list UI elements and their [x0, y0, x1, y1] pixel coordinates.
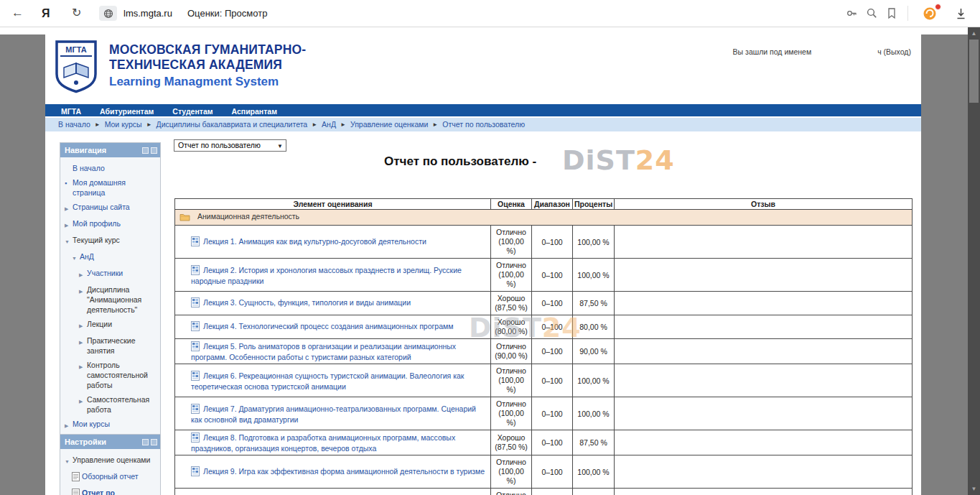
- tree-toggle-icon[interactable]: ▼: [72, 251, 80, 264]
- item-link[interactable]: Лекция 9. Игра как эффективная форма ани…: [203, 467, 485, 476]
- refresh-icon[interactable]: ↻: [72, 6, 81, 20]
- sidebar-item-label: Текущий курс: [73, 235, 120, 245]
- nav-item[interactable]: МГТА: [61, 107, 81, 116]
- settings-block-header: Настройки: [60, 435, 160, 449]
- sidebar-item-label[interactable]: Обзорный отчет: [82, 471, 139, 481]
- vertical-scrollbar[interactable]: ▲ ▼: [968, 27, 980, 495]
- select-arrow-icon: ▼: [277, 141, 283, 152]
- lesson-icon: [191, 404, 200, 415]
- breadcrumb-link[interactable]: Управление оценками: [350, 120, 428, 129]
- nav-item[interactable]: Аспирантам: [232, 107, 277, 116]
- nav-item[interactable]: Студентам: [172, 107, 213, 116]
- sidebar-item-label[interactable]: АнД: [80, 251, 94, 262]
- tree-toggle-icon[interactable]: ▶: [79, 360, 87, 372]
- grade-fraction: (90,00 %): [494, 351, 528, 361]
- breadcrumb-link[interactable]: Мои курсы: [105, 120, 142, 129]
- address-url[interactable]: lms.mgta.ru: [123, 8, 172, 19]
- item-link[interactable]: Лекция 8. Подготовка и разработка анимац…: [191, 433, 455, 453]
- item-link[interactable]: Лекция 5. Роль аниматоров в организации …: [191, 342, 456, 361]
- sidebar-item-label[interactable]: Участники: [87, 268, 123, 278]
- sidebar-item-label[interactable]: Мой профиль: [73, 218, 121, 228]
- sidebar-item[interactable]: ▶Самостоятельная работа: [62, 392, 159, 417]
- key-icon[interactable]: [846, 7, 858, 22]
- tree-toggle-icon[interactable]: ▶: [79, 268, 87, 280]
- grade-fraction: (100,00 %): [494, 376, 528, 394]
- navigation-block: Навигация В начало▪Моя домашняя страница…: [60, 142, 161, 439]
- grade-cell: Отлично(100,00 %): [491, 397, 532, 430]
- item-link[interactable]: Лекция 4. Технологический процесс создан…: [203, 322, 453, 330]
- extension-icon[interactable]: [922, 4, 941, 23]
- site-title: МОСКОВСКАЯ ГУМАНИТАРНО- ТЕХНИЧЕСКАЯ АКАД…: [109, 42, 306, 89]
- tree-toggle-icon[interactable]: ▶: [79, 284, 87, 297]
- back-icon[interactable]: ←: [11, 6, 24, 20]
- tree-toggle-icon[interactable]: ▶: [79, 394, 87, 407]
- sidebar-item[interactable]: ▶Практические занятия: [62, 333, 159, 358]
- collapse-block-icon[interactable]: [142, 147, 149, 154]
- item-link[interactable]: Лекция 3. Сущность, функция, типология и…: [203, 298, 411, 307]
- sidebar-item[interactable]: ▶Контроль самостоятельной работы: [62, 358, 159, 392]
- column-header: Оценка: [491, 199, 532, 210]
- sidebar-item-label: Практические занятия: [87, 336, 157, 356]
- sidebar-item[interactable]: ▶Лекции: [62, 317, 159, 333]
- sidebar-item[interactable]: ▶Дисциплина "Анимационная деятельность": [62, 282, 159, 317]
- sidebar-item[interactable]: ▶Страницы сайта: [62, 200, 159, 216]
- tree-toggle-icon[interactable]: ▶: [79, 336, 87, 348]
- download-icon[interactable]: [955, 7, 967, 23]
- tree-toggle-icon[interactable]: ▼: [65, 235, 73, 247]
- sidebar-item[interactable]: ▼Текущий курс: [62, 233, 159, 249]
- sidebar-item[interactable]: В начало: [62, 161, 159, 175]
- sidebar-item-label[interactable]: Отчет по пользователю: [82, 488, 157, 495]
- sidebar-item[interactable]: ▪Моя домашняя страница: [62, 175, 159, 200]
- tree-toggle-icon[interactable]: ▶: [79, 319, 87, 331]
- yandex-logo[interactable]: Я: [42, 6, 50, 21]
- feedback-cell: [615, 489, 913, 495]
- sidebar-item[interactable]: Отчет по пользователю: [62, 486, 159, 495]
- sidebar-item-label[interactable]: Моя домашняя страница: [73, 177, 157, 198]
- grade-label: Хорошо: [494, 318, 528, 327]
- sidebar-item[interactable]: ▶Мой профиль: [62, 216, 159, 233]
- sidebar-item[interactable]: ▶Мои курсы: [62, 417, 159, 433]
- category-row: Анимационная деятельность: [175, 210, 913, 226]
- percent-cell: 100,00 %: [573, 455, 615, 489]
- item-link[interactable]: Лекция 2. История и хронология массовых …: [191, 266, 462, 285]
- column-header: Проценты: [573, 199, 615, 210]
- dock-block-icon[interactable]: [151, 439, 157, 445]
- sidebar-item[interactable]: ▼АнД: [62, 249, 159, 266]
- item-name-cell: Лекция 1. Анимация как вид культурно-дос…: [175, 226, 491, 259]
- percent-cell: 100,00 %: [573, 259, 615, 292]
- tree-toggle-icon[interactable]: ▼: [65, 455, 73, 467]
- nav-item[interactable]: Абитуриентам: [100, 107, 154, 116]
- breadcrumb-link[interactable]: Дисциплины бакалавриата и специалитета: [157, 120, 308, 129]
- feedback-cell: [615, 226, 913, 259]
- sidebar-item-label[interactable]: Страницы сайта: [73, 202, 130, 212]
- breadcrumb-link[interactable]: АнД: [322, 120, 336, 129]
- scroll-down-icon[interactable]: ▼: [968, 483, 980, 495]
- sidebar-item[interactable]: ▼Управление оценками: [62, 453, 159, 469]
- item-link[interactable]: Лекция 1. Анимация как вид культурно-дос…: [203, 237, 426, 246]
- report-type-select[interactable]: Отчет по пользователю ▼: [174, 139, 286, 152]
- sidebar-item-label[interactable]: Мои курсы: [73, 419, 110, 429]
- academy-logo[interactable]: МГТА: [54, 40, 98, 94]
- feedback-cell: [615, 397, 913, 430]
- lesson-icon: [191, 236, 200, 248]
- sidebar-item[interactable]: ▶Участники: [62, 266, 159, 282]
- tree-toggle-icon[interactable]: ▶: [65, 202, 73, 214]
- sidebar-item-label[interactable]: В начало: [73, 163, 105, 173]
- tree-toggle-icon[interactable]: ▶: [65, 419, 73, 431]
- item-link[interactable]: Лекция 7. Драматургия анимационно-театра…: [191, 404, 476, 424]
- tree-toggle-icon[interactable]: ▶: [65, 218, 73, 231]
- block-title: Настройки: [65, 438, 140, 446]
- scroll-up-icon[interactable]: ▲: [968, 27, 980, 40]
- search-icon[interactable]: [866, 7, 878, 22]
- scrollbar-thumb[interactable]: [969, 40, 979, 103]
- sidebar-item[interactable]: Обзорный отчет: [62, 469, 159, 486]
- item-name-cell: Лекция 6. Рекреационная сущность туристс…: [175, 364, 491, 397]
- grade-cell: Отлично(100,00 %): [491, 364, 532, 397]
- dock-block-icon[interactable]: [151, 147, 157, 154]
- breadcrumb-link[interactable]: В начало: [58, 120, 90, 129]
- item-link[interactable]: Лекция 6. Рекреационная сущность туристс…: [191, 371, 464, 391]
- collapse-block-icon[interactable]: [142, 439, 149, 445]
- bookmark-icon[interactable]: [886, 7, 897, 22]
- breadcrumb-link[interactable]: Отчет по пользователю: [442, 120, 525, 129]
- logout-link[interactable]: ч (Выход): [877, 47, 911, 56]
